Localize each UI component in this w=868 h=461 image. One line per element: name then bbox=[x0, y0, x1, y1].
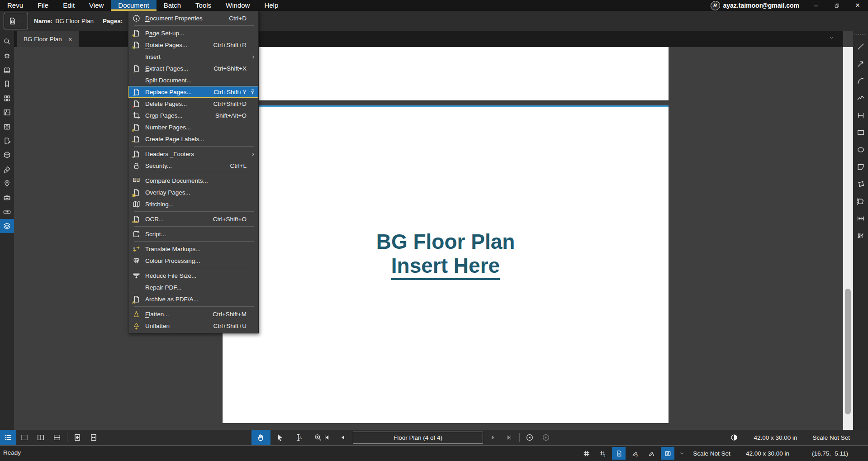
menubar-view[interactable]: View bbox=[82, 0, 111, 11]
tool-rectangle[interactable] bbox=[853, 124, 868, 141]
markup-list-toggle[interactable] bbox=[0, 430, 16, 445]
sidebar-places[interactable] bbox=[0, 176, 14, 190]
sidebar-measurements[interactable] bbox=[0, 205, 14, 219]
snap-to-hatch-toggle[interactable] bbox=[645, 447, 658, 460]
pan-tool[interactable] bbox=[251, 430, 270, 445]
menubar-batch[interactable]: Batch bbox=[157, 0, 188, 11]
menu-item-compare-documents[interactable]: Compare Documents... bbox=[128, 175, 258, 186]
scale-chevron-icon[interactable] bbox=[679, 451, 685, 456]
sidebar-signatures[interactable] bbox=[0, 162, 14, 176]
tool-arrow[interactable] bbox=[853, 55, 868, 72]
select-tool[interactable] bbox=[270, 430, 289, 445]
menubar-edit[interactable]: Edit bbox=[56, 0, 82, 11]
grid-toggle[interactable] bbox=[579, 447, 593, 460]
menubar-document[interactable]: Document bbox=[111, 0, 156, 11]
menu-item-page-setup[interactable]: ✎ Page Set-up... bbox=[128, 27, 258, 39]
tool-measure-area[interactable] bbox=[853, 193, 868, 210]
select-text-tool[interactable] bbox=[289, 430, 308, 445]
menu-item-overlay-pages[interactable]: ⊞ Overlay Pages... bbox=[128, 186, 258, 198]
sidebar-properties[interactable] bbox=[0, 48, 14, 62]
scrollbar-thumb[interactable] bbox=[845, 289, 851, 414]
menu-item-replace-pages[interactable]: ← Replace Pages... Ctrl+Shift+Y bbox=[128, 86, 258, 98]
page-navigation-field[interactable]: Floor Plan (4 of 4) bbox=[353, 432, 483, 444]
menu-item-rotate-pages[interactable]: ↻ Rotate Pages... Ctrl+Shift+R bbox=[128, 39, 258, 51]
fit-width-button[interactable] bbox=[85, 430, 102, 445]
tab-bg-floor-plan[interactable]: BG Floor Plan × bbox=[17, 31, 79, 47]
sidebar-sets[interactable] bbox=[0, 119, 14, 133]
sidebar-thumbnails[interactable] bbox=[0, 91, 14, 105]
menu-item-create-page-labels[interactable]: * Create Page Labels... bbox=[128, 133, 258, 145]
menu-item-crop-pages[interactable]: Crop Pages... Shift+Alt+O bbox=[128, 109, 258, 121]
tool-polyline[interactable] bbox=[853, 90, 868, 107]
menu-item-document-properties[interactable]: Document Properties Ctrl+D bbox=[128, 12, 258, 24]
menu-item-script[interactable]: Script... bbox=[128, 228, 258, 240]
menu-item-ocr[interactable]: OCR OCR... Ctrl+Shift+O bbox=[128, 213, 258, 225]
reuse-markup-toggle[interactable] bbox=[661, 447, 674, 460]
tool-line[interactable] bbox=[853, 38, 868, 55]
contrast-icon[interactable] bbox=[730, 433, 738, 442]
sidebar-search[interactable] bbox=[0, 34, 14, 48]
menu-item-reduce-file-size[interactable]: Reduce File Size... bbox=[128, 270, 258, 281]
sidebar-bookmarks[interactable] bbox=[0, 77, 14, 91]
previous-page-button[interactable] bbox=[335, 430, 351, 445]
menubar-window[interactable]: Window bbox=[218, 0, 257, 11]
menu-item-headers-footers[interactable]: ≡ Headers _Footers › bbox=[128, 148, 258, 160]
next-view-button[interactable] bbox=[538, 430, 554, 445]
menu-item-number-pages[interactable]: # Number Pages... bbox=[128, 121, 258, 133]
single-pane-button[interactable] bbox=[16, 430, 33, 445]
tool-measure-perimeter[interactable] bbox=[853, 176, 868, 193]
menu-item-archive-as-pdfa[interactable]: A Archive as PDF/A... bbox=[128, 293, 258, 305]
menubar-help[interactable]: Help bbox=[257, 0, 285, 11]
sidebar-markups-list[interactable] bbox=[0, 134, 14, 148]
menu-item-stitching[interactable]: Stitching... bbox=[128, 198, 258, 210]
sidebar-spaces[interactable] bbox=[0, 105, 14, 119]
tool-arc[interactable] bbox=[853, 72, 868, 90]
tool-ellipse[interactable] bbox=[853, 141, 868, 158]
menu-item-split-document[interactable]: Split Document... bbox=[128, 74, 258, 86]
scale-readout: Scale Not Set bbox=[812, 434, 850, 441]
tab-list-chevron-icon[interactable] bbox=[828, 34, 835, 41]
previous-view-button[interactable] bbox=[522, 430, 538, 445]
menubar-file[interactable]: File bbox=[30, 0, 56, 11]
sidebar-3d-model-tree[interactable] bbox=[0, 148, 14, 162]
sidebar-file-access[interactable] bbox=[0, 63, 14, 77]
snap-to-grid-toggle[interactable] bbox=[596, 447, 609, 460]
document-mode-dropdown[interactable] bbox=[4, 13, 28, 29]
menu-item-repair-pdf[interactable]: Repair PDF... bbox=[128, 281, 258, 293]
last-page-button[interactable] bbox=[501, 430, 517, 445]
tool-polygon[interactable] bbox=[853, 158, 868, 176]
menu-item-colour-processing[interactable]: Colour Processing... bbox=[128, 255, 258, 266]
split-horizontal-button[interactable] bbox=[49, 430, 65, 445]
tool-dimension[interactable] bbox=[853, 107, 868, 124]
fit-page-button[interactable] bbox=[69, 430, 85, 445]
page-3-bottom[interactable] bbox=[223, 47, 669, 100]
menu-item-unflatten[interactable]: Unflatten Ctrl+Shift+U bbox=[128, 320, 258, 332]
sidebar-layers[interactable] bbox=[0, 219, 14, 233]
snap-to-markup-toggle[interactable] bbox=[628, 447, 642, 460]
toolbar-drag-handle[interactable]: ······· bbox=[854, 33, 867, 38]
menubar-tools[interactable]: Tools bbox=[188, 0, 218, 11]
page-4[interactable]: BG Floor Plan Insert Here bbox=[223, 105, 669, 423]
menu-item-translate-markups[interactable]: Translate Markups... bbox=[128, 243, 258, 255]
menu-item-flatten[interactable]: Flatten... Ctrl+Shift+M bbox=[128, 308, 258, 320]
vertical-scrollbar[interactable] bbox=[843, 47, 853, 430]
menu-item-insert[interactable]: Insert › bbox=[128, 51, 258, 62]
split-vertical-button[interactable] bbox=[33, 430, 49, 445]
page-title-line2: Insert Here bbox=[391, 254, 500, 280]
tab-close-icon[interactable]: × bbox=[68, 35, 72, 43]
minimize-button[interactable]: ─ bbox=[806, 0, 826, 11]
menu-item-extract-pages[interactable]: → Extract Pages... Ctrl+Shift+X bbox=[128, 62, 258, 74]
next-page-button[interactable] bbox=[485, 430, 501, 445]
menubar-revu[interactable]: Revu bbox=[0, 0, 30, 11]
statusbar-scale[interactable]: Scale Not Set bbox=[693, 450, 730, 457]
menu-item-security[interactable]: Security... Ctrl+L bbox=[128, 160, 258, 171]
first-page-button[interactable] bbox=[318, 430, 335, 445]
snap-to-content-toggle[interactable] bbox=[612, 447, 626, 460]
account-button[interactable]: R ayaz.taimoor@gmail.com bbox=[711, 1, 799, 10]
menu-item-delete-pages[interactable]: ● Delete Pages... Ctrl+Shift+D bbox=[128, 98, 258, 109]
tool-measure-length[interactable] bbox=[853, 210, 868, 227]
tool-measure-count[interactable] bbox=[853, 227, 868, 244]
close-button[interactable]: × bbox=[847, 0, 868, 11]
sidebar-tool-chest[interactable] bbox=[0, 190, 14, 204]
restore-button[interactable] bbox=[826, 0, 847, 11]
